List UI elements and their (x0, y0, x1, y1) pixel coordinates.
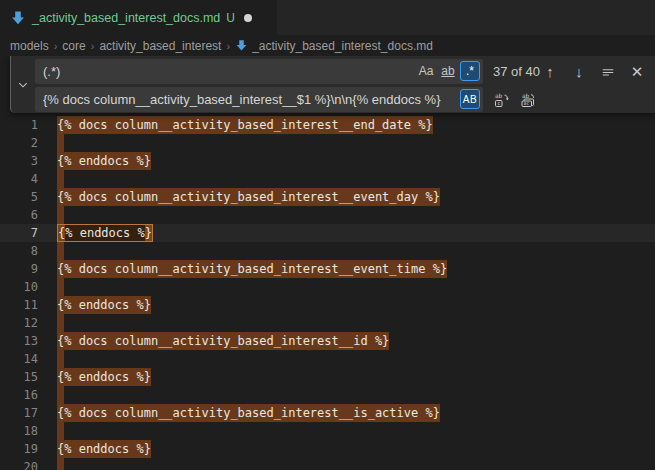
line-text[interactable]: {% docs column__activity_based_interest_… (38, 332, 389, 350)
empty-line-match-highlight (57, 278, 64, 296)
line-text[interactable]: {% docs column__activity_based_interest_… (38, 116, 433, 134)
replace-input[interactable] (35, 87, 483, 112)
line-number[interactable]: 8 (0, 242, 38, 260)
code-line[interactable]: 6 (0, 206, 655, 224)
empty-line-match-highlight (57, 314, 64, 332)
line-text[interactable]: {% enddocs %} (38, 368, 151, 386)
line-number[interactable]: 9 (0, 260, 38, 278)
find-in-selection-button[interactable] (598, 62, 618, 82)
line-number[interactable]: 17 (0, 404, 38, 422)
line-number[interactable]: 13 (0, 332, 38, 350)
code-line[interactable]: 10 (0, 278, 655, 296)
line-text[interactable] (38, 278, 64, 296)
line-number[interactable]: 15 (0, 368, 38, 386)
code-line[interactable]: 13{% docs column__activity_based_interes… (0, 332, 655, 350)
find-match-highlight: {% docs column__activity_based_interest_… (57, 260, 447, 278)
code-line[interactable]: 16 (0, 386, 655, 404)
empty-line-match-highlight (57, 206, 64, 224)
line-number[interactable]: 5 (0, 188, 38, 206)
find-match-highlight: {% enddocs %} (57, 152, 151, 170)
line-number[interactable]: 10 (0, 278, 38, 296)
code-line[interactable]: 18 (0, 422, 655, 440)
line-number[interactable]: 6 (0, 206, 38, 224)
line-text[interactable] (38, 242, 64, 260)
chevron-down-icon (17, 79, 29, 91)
line-text[interactable] (38, 134, 64, 152)
markdown-file-icon (235, 39, 248, 52)
code-line[interactable]: 1{% docs column__activity_based_interest… (0, 116, 655, 134)
svg-text:c: c (497, 100, 500, 106)
tab-active-file[interactable]: _activity_based_interest_docs.md U (0, 0, 278, 35)
whole-word-button[interactable]: ab (438, 61, 458, 81)
line-number[interactable]: 12 (0, 314, 38, 332)
line-number[interactable]: 7 (0, 224, 38, 242)
preserve-case-button[interactable]: AB (460, 89, 480, 109)
previous-match-button[interactable]: ↑ (540, 62, 560, 82)
breadcrumb-item-models[interactable]: models (10, 39, 49, 53)
tab-bar: _activity_based_interest_docs.md U (0, 0, 655, 35)
code-line[interactable]: 9{% docs column__activity_based_interest… (0, 260, 655, 278)
line-number[interactable]: 18 (0, 422, 38, 440)
line-number[interactable]: 19 (0, 440, 38, 458)
code-line[interactable]: 7{% enddocs %} (0, 224, 655, 242)
find-match-highlight: {% docs column__activity_based_interest_… (57, 116, 433, 134)
code-line[interactable]: 3{% enddocs %} (0, 152, 655, 170)
line-number[interactable]: 2 (0, 134, 38, 152)
replace-all-button[interactable]: ab ac (518, 90, 538, 110)
line-text[interactable] (38, 458, 64, 470)
match-case-button[interactable]: Aa (416, 61, 436, 81)
line-number[interactable]: 20 (0, 458, 38, 470)
line-text[interactable]: {% enddocs %} (38, 440, 151, 458)
code-line[interactable]: 17{% docs column__activity_based_interes… (0, 404, 655, 422)
code-line[interactable]: 12 (0, 314, 655, 332)
line-text[interactable]: {% docs column__activity_based_interest_… (38, 188, 440, 206)
empty-line-match-highlight (57, 134, 64, 152)
code-line[interactable]: 5{% docs column__activity_based_interest… (0, 188, 655, 206)
code-line[interactable]: 14 (0, 350, 655, 368)
toggle-replace-button[interactable] (11, 56, 35, 113)
line-text[interactable] (38, 314, 64, 332)
line-text[interactable] (38, 386, 64, 404)
close-button[interactable]: ✕ (627, 62, 647, 82)
line-text[interactable] (38, 206, 64, 224)
line-text[interactable] (38, 350, 64, 368)
code-line[interactable]: 15{% enddocs %} (0, 368, 655, 386)
line-text[interactable] (38, 170, 64, 188)
code-line[interactable]: 20 (0, 458, 655, 470)
breadcrumb-item-activity-based-interest[interactable]: activity_based_interest (99, 39, 221, 53)
empty-line-match-highlight (57, 170, 64, 188)
code-line[interactable]: 11{% enddocs %} (0, 296, 655, 314)
line-number[interactable]: 14 (0, 350, 38, 368)
code-line[interactable]: 8 (0, 242, 655, 260)
find-replace-widget: Aa ab .* 37 of 40 ↑ ↓ (10, 56, 655, 113)
find-match-highlight: {% enddocs %} (57, 368, 151, 386)
code-line[interactable]: 2 (0, 134, 655, 152)
modified-dot-icon[interactable] (244, 14, 252, 22)
breadcrumb-item-core[interactable]: core (62, 39, 85, 53)
line-number[interactable]: 1 (0, 116, 38, 134)
code-line[interactable]: 19{% enddocs %} (0, 440, 655, 458)
line-text[interactable]: {% docs column__activity_based_interest_… (38, 260, 447, 278)
line-text[interactable]: {% enddocs %} (38, 152, 151, 170)
line-number[interactable]: 11 (0, 296, 38, 314)
replace-row: AB ab c (35, 87, 655, 112)
line-text[interactable]: {% enddocs %} (38, 224, 153, 242)
breadcrumb-separator-icon: › (226, 40, 230, 52)
line-number[interactable]: 16 (0, 386, 38, 404)
line-number[interactable]: 4 (0, 170, 38, 188)
next-match-button[interactable]: ↓ (569, 62, 589, 82)
editor-pane[interactable]: Aa ab .* 37 of 40 ↑ ↓ (0, 56, 655, 470)
replace-actions: ab c ab (492, 90, 538, 110)
replace-button[interactable]: ab c (492, 90, 512, 110)
vscode-window: _activity_based_interest_docs.md U model… (0, 0, 655, 470)
find-input-wrap: Aa ab .* (35, 59, 483, 84)
tab-title: _activity_based_interest_docs.md (32, 11, 220, 25)
line-text[interactable]: {% enddocs %} (38, 296, 151, 314)
line-number[interactable]: 3 (0, 152, 38, 170)
regex-button[interactable]: .* (460, 61, 480, 81)
line-text[interactable]: {% docs column__activity_based_interest_… (38, 404, 440, 422)
breadcrumb-item-file[interactable]: _activity_based_interest_docs.md (235, 39, 433, 53)
code-line[interactable]: 4 (0, 170, 655, 188)
breadcrumb-file-label: _activity_based_interest_docs.md (252, 39, 433, 53)
line-text[interactable] (38, 422, 64, 440)
